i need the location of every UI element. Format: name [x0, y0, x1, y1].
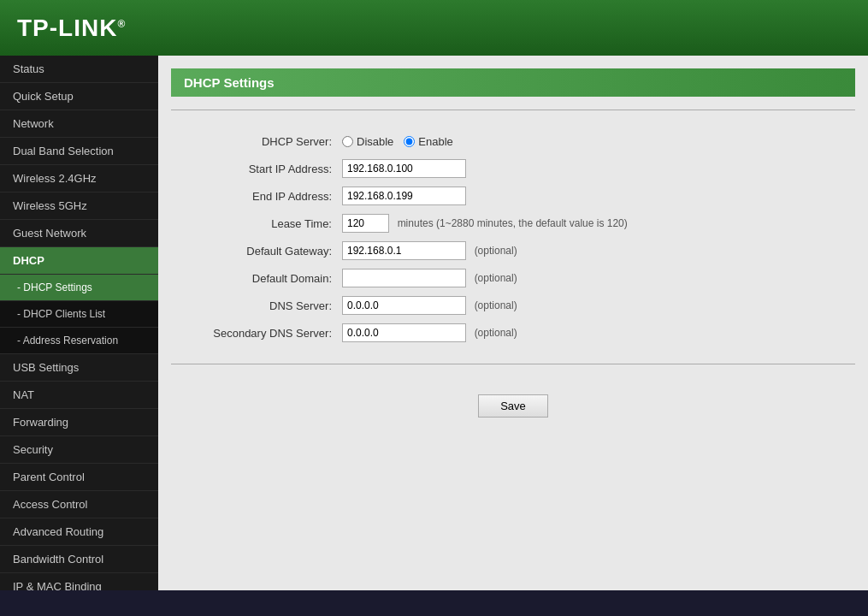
save-row: Save [171, 346, 855, 418]
start-ip-input[interactable] [342, 159, 466, 178]
secondary-dns-row: Secondary DNS Server: (optional) [171, 319, 855, 346]
top-divider [171, 110, 855, 110]
default-gateway-optional: (optional) [475, 245, 517, 257]
taskbar [0, 590, 868, 616]
disable-radio[interactable] [342, 136, 353, 147]
main-content: DHCP Settings DHCP Server: Disable Enabl… [158, 56, 868, 590]
secondary-dns-input[interactable] [342, 323, 466, 342]
sidebar-item-dhcp-settings[interactable]: - DHCP Settings [0, 275, 158, 301]
page-title: DHCP Settings [171, 68, 855, 97]
main-layout: StatusQuick SetupNetworkDual Band Select… [0, 56, 868, 590]
sidebar-item-address-reservation[interactable]: - Address Reservation [0, 328, 158, 354]
enable-label[interactable]: Enable [404, 135, 452, 148]
sidebar-item-nat[interactable]: NAT [0, 382, 158, 409]
logo-text: TP-LINK [17, 15, 117, 41]
lease-time-input[interactable] [342, 214, 389, 233]
end-ip-row: End IP Address: [171, 182, 855, 210]
sidebar-item-security[interactable]: Security [0, 436, 158, 464]
save-button[interactable]: Save [478, 394, 548, 418]
dhcp-radio-group: Disable Enable [342, 135, 855, 148]
sidebar-item-wireless-24[interactable]: Wireless 2.4GHz [0, 165, 158, 192]
sidebar-item-dhcp[interactable]: DHCP [0, 247, 158, 275]
dns-server-row: DNS Server: (optional) [171, 292, 855, 319]
sidebar-item-bandwidth-control[interactable]: Bandwidth Control [0, 546, 158, 573]
end-ip-label: End IP Address: [171, 182, 342, 210]
sidebar-item-wireless-5[interactable]: Wireless 5GHz [0, 192, 158, 220]
default-gateway-input[interactable] [342, 241, 466, 260]
sidebar-item-dual-band[interactable]: Dual Band Selection [0, 138, 158, 165]
dhcp-settings-form: DHCP Server: Disable Enable [171, 127, 855, 418]
disable-text: Disable [357, 135, 393, 148]
dns-server-optional: (optional) [475, 299, 517, 311]
sidebar-item-parent-control[interactable]: Parent Control [0, 464, 158, 491]
sidebar-item-forwarding[interactable]: Forwarding [0, 409, 158, 436]
sidebar: StatusQuick SetupNetworkDual Band Select… [0, 56, 158, 590]
sidebar-item-quick-setup[interactable]: Quick Setup [0, 83, 158, 110]
sidebar-item-guest-network[interactable]: Guest Network [0, 220, 158, 247]
sidebar-item-access-control[interactable]: Access Control [0, 491, 158, 518]
secondary-dns-optional: (optional) [475, 327, 517, 339]
disable-label[interactable]: Disable [342, 135, 393, 148]
sidebar-item-advanced-routing[interactable]: Advanced Routing [0, 518, 158, 546]
sidebar-item-network[interactable]: Network [0, 110, 158, 138]
default-domain-row: Default Domain: (optional) [171, 264, 855, 292]
secondary-dns-label: Secondary DNS Server: [171, 319, 342, 346]
bottom-divider [171, 364, 855, 364]
dhcp-server-label: DHCP Server: [171, 127, 342, 155]
enable-text: Enable [418, 135, 452, 148]
default-domain-optional: (optional) [475, 272, 517, 284]
lease-time-note: minutes (1~2880 minutes, the default val… [398, 217, 628, 229]
dns-server-input[interactable] [342, 296, 466, 315]
sidebar-item-status[interactable]: Status [0, 56, 158, 83]
default-domain-label: Default Domain: [171, 264, 342, 292]
sidebar-item-ip-mac-binding[interactable]: IP & MAC Binding [0, 573, 158, 590]
dhcp-server-value: Disable Enable [342, 127, 855, 155]
default-domain-input[interactable] [342, 269, 466, 287]
dns-server-label: DNS Server: [171, 292, 342, 319]
sidebar-item-dhcp-clients[interactable]: - DHCP Clients List [0, 301, 158, 328]
start-ip-label: Start IP Address: [171, 155, 342, 182]
start-ip-row: Start IP Address: [171, 155, 855, 182]
sidebar-item-usb-settings[interactable]: USB Settings [0, 354, 158, 382]
header: TP-LINK® [0, 0, 868, 56]
default-gateway-row: Default Gateway: (optional) [171, 237, 855, 264]
lease-time-row: Lease Time: minutes (1~2880 minutes, the… [171, 210, 855, 237]
enable-radio[interactable] [404, 136, 415, 147]
lease-time-label: Lease Time: [171, 210, 342, 237]
end-ip-input[interactable] [342, 187, 466, 205]
dhcp-server-row: DHCP Server: Disable Enable [171, 127, 855, 155]
default-gateway-label: Default Gateway: [171, 237, 342, 264]
logo: TP-LINK® [17, 15, 126, 42]
